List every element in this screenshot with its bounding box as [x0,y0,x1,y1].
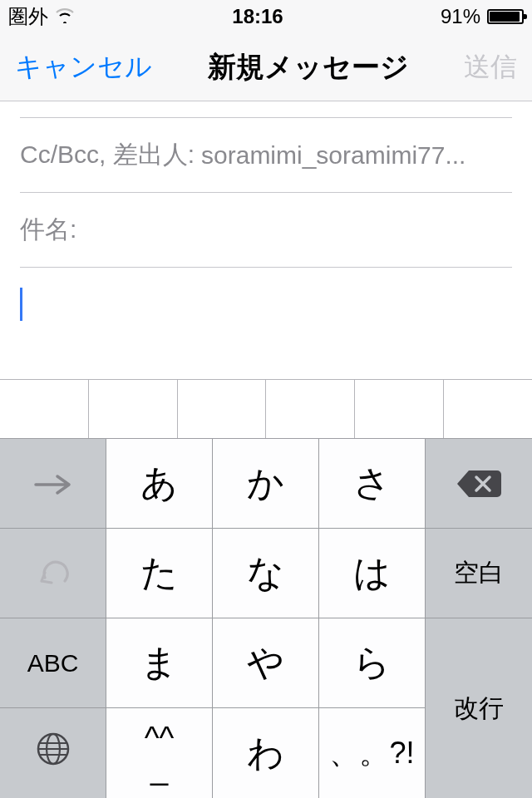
backspace-icon [454,467,504,500]
kaomoji-top: ^^ [145,722,175,754]
send-button[interactable]: 送信 [464,49,517,86]
cc-label: Cc/Bcc, 差出人: [20,138,195,172]
kana-ta-key[interactable]: た [106,529,213,618]
backspace-key[interactable] [426,439,532,529]
suggestion-slot[interactable] [266,380,355,438]
arrow-right-icon [32,463,74,505]
return-key[interactable]: 改行 [426,618,532,798]
text-cursor [20,288,22,321]
carrier-text: 圏外 [8,3,48,30]
kana-ma-key[interactable]: ま [106,618,213,708]
suggestion-slot[interactable] [178,380,267,438]
kana-sa-key[interactable]: さ [319,439,426,529]
next-candidate-key[interactable] [0,439,106,529]
cc-bcc-from-field[interactable]: Cc/Bcc, 差出人: soramimi_soramimi77... [20,118,512,193]
kaomoji-key[interactable]: ^^ _ [106,708,213,798]
space-key[interactable]: 空白 [426,529,532,618]
kana-ya-key[interactable]: や [213,618,319,708]
abc-mode-key[interactable]: ABC [0,618,106,708]
globe-icon [36,732,71,775]
kaomoji-bot: _ [150,752,168,784]
kana-ka-key[interactable]: か [213,439,319,529]
subject-label: 件名: [20,213,76,247]
keyboard: あ か さ た な は 空白 ABC ま や ら 改行 [0,439,532,798]
suggestion-slot[interactable] [355,380,444,438]
from-value: soramimi_soramimi77... [201,141,466,170]
compose-area: Cc/Bcc, 差出人: soramimi_soramimi77... 件名: [0,101,532,379]
kana-ha-key[interactable]: は [319,529,426,618]
cancel-button[interactable]: キャンセル [15,49,152,86]
suggestion-slot[interactable] [444,380,532,438]
suggestion-bar [0,379,532,439]
battery-icon [487,9,524,24]
battery-percent: 91% [441,5,480,28]
wifi-icon [55,5,75,28]
page-title: 新規メッセージ [208,48,409,86]
suggestion-slot[interactable] [89,380,178,438]
suggestion-slot[interactable] [0,380,89,438]
punctuation-key[interactable]: 、。?! [319,708,426,798]
undo-key[interactable] [0,529,106,618]
to-field[interactable] [20,101,512,118]
status-bar: 圏外 18:16 91% [0,0,532,33]
kana-ra-key[interactable]: ら [319,618,426,708]
globe-key[interactable] [0,708,106,798]
body-textarea[interactable] [20,268,512,341]
undo-icon [37,553,70,594]
subject-field[interactable]: 件名: [20,193,512,268]
kana-na-key[interactable]: な [213,529,319,618]
kana-a-key[interactable]: あ [106,439,213,529]
clock: 18:16 [232,5,283,28]
nav-bar: キャンセル 新規メッセージ 送信 [0,33,532,101]
kana-wa-key[interactable]: わ [213,708,319,798]
